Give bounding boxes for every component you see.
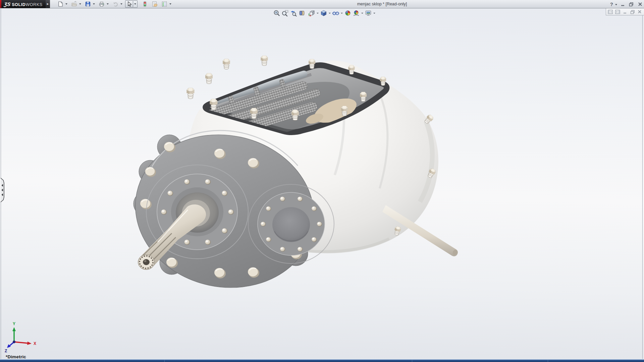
3d-model-gearbox-assembly[interactable]: [0, 0, 644, 362]
new-document-dropdown[interactable]: [64, 1, 68, 7]
logo-red-accent: [0, 0, 1, 8]
brand-name-bold: SOLID: [12, 2, 25, 7]
view-orientation-icon: [308, 10, 315, 16]
zoom-to-fit-icon: [273, 10, 280, 16]
apply-scene-dropdown[interactable]: [360, 9, 364, 17]
view-orientation-button[interactable]: [307, 9, 316, 17]
hide-show-items-dropdown[interactable]: [340, 9, 343, 17]
triad-y-label: Y: [13, 321, 15, 326]
dassault-logo-glyph: ƷS: [4, 1, 11, 7]
display-style-button[interactable]: [319, 9, 328, 17]
view-orientation-label: *Dimetric: [6, 354, 26, 359]
help-dropdown[interactable]: [615, 4, 617, 5]
document-window-controls: [606, 8, 644, 15]
print-icon: [99, 1, 105, 7]
print-button[interactable]: [98, 0, 106, 8]
options-button[interactable]: [160, 0, 168, 8]
select-tool-dropdown[interactable]: [133, 0, 138, 8]
restore-icon[interactable]: [628, 1, 635, 7]
apply-scene-button[interactable]: [352, 9, 360, 17]
hide-show-items-icon: [332, 10, 339, 16]
apply-scene-icon: [353, 10, 360, 16]
display-style-icon: [320, 10, 327, 16]
undo-button[interactable]: [111, 0, 119, 8]
previous-view-icon: [290, 10, 297, 16]
view-settings-button[interactable]: [364, 9, 372, 17]
status-bar-divider: [548, 360, 548, 362]
options-icon: [161, 1, 167, 7]
status-bar-divider: [164, 360, 165, 362]
rebuild-traffic-light-icon: [142, 1, 148, 7]
edit-appearance-icon: [344, 10, 351, 16]
main-toolbar: [56, 0, 172, 8]
print-dropdown[interactable]: [106, 1, 110, 7]
zoom-to-area-button[interactable]: [281, 9, 289, 17]
view-settings-dropdown[interactable]: [372, 9, 376, 17]
display-style-dropdown[interactable]: [328, 9, 331, 17]
status-bar-divider: [412, 360, 412, 362]
pane-right-icon[interactable]: [615, 9, 621, 14]
rebuild-button[interactable]: [141, 0, 149, 8]
section-view-icon: [299, 10, 305, 16]
menu-expand-arrow[interactable]: ▶: [46, 0, 50, 8]
previous-view-button[interactable]: [289, 9, 298, 17]
document-title: menjac sklop * [Read-only]: [357, 2, 407, 6]
status-bar: [0, 360, 644, 362]
view-settings-icon: [365, 10, 372, 16]
solidworks-logo: ƷS SOLID WORKS: [0, 0, 46, 8]
undo-icon: [112, 1, 118, 7]
undo-dropdown[interactable]: [119, 1, 123, 7]
doc-minimize-icon[interactable]: [622, 9, 628, 14]
save-floppy-icon: [85, 1, 91, 7]
help-icon[interactable]: ?: [610, 1, 613, 7]
heads-up-view-toolbar: [272, 9, 376, 17]
hide-show-items-button[interactable]: [331, 9, 340, 17]
doc-close-icon[interactable]: [637, 9, 643, 14]
open-dropdown[interactable]: [78, 1, 82, 7]
reference-triad: Y X Z: [3, 321, 43, 353]
feature-manager-collapse-handle[interactable]: [0, 177, 6, 203]
options-dropdown[interactable]: [168, 1, 172, 7]
select-tool-button[interactable]: [125, 0, 133, 8]
triad-x-label: X: [34, 341, 36, 346]
doc-restore-icon[interactable]: [630, 9, 635, 14]
file-properties-button[interactable]: [151, 0, 159, 8]
save-button[interactable]: [84, 0, 92, 8]
section-view-button[interactable]: [298, 9, 306, 17]
edit-appearance-button[interactable]: [343, 9, 352, 17]
zoom-to-area-icon: [282, 10, 288, 16]
select-cursor-icon: [126, 1, 132, 7]
new-document-button[interactable]: [56, 0, 64, 8]
triad-z-label: Z: [5, 349, 7, 353]
close-icon[interactable]: [637, 1, 643, 7]
window-controls: ?: [610, 0, 643, 8]
open-folder-icon: [71, 1, 77, 7]
brand-name-light: WORKS: [25, 2, 42, 7]
minimize-icon[interactable]: [619, 1, 626, 7]
open-button[interactable]: [70, 0, 78, 8]
view-orientation-dropdown[interactable]: [316, 9, 319, 17]
save-dropdown[interactable]: [92, 1, 96, 7]
zoom-to-fit-button[interactable]: [272, 9, 281, 17]
viewport-right-border: [642, 8, 643, 359]
new-document-icon: [57, 1, 63, 7]
pane-left-icon[interactable]: [607, 9, 613, 14]
file-properties-icon: [152, 1, 158, 7]
